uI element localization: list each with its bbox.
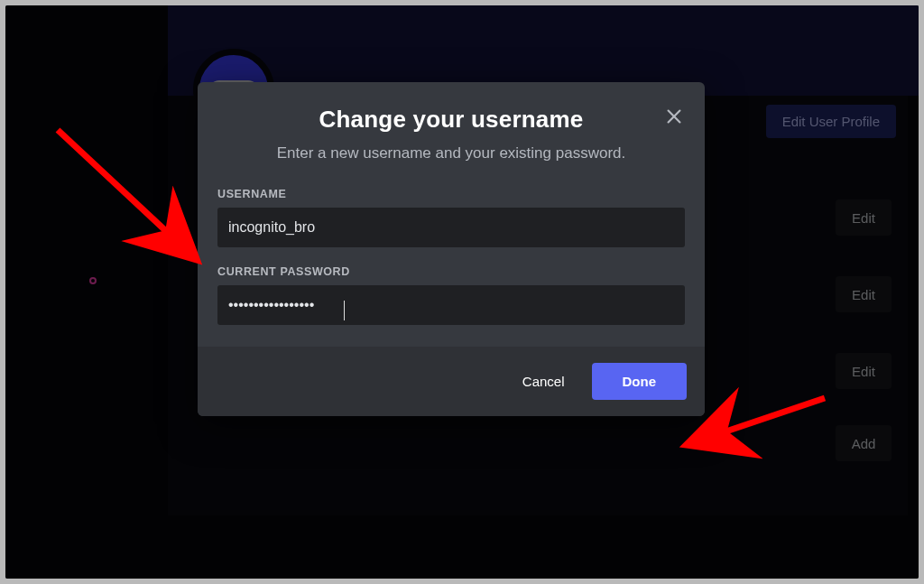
close-icon (664, 107, 684, 126)
cancel-button[interactable]: Cancel (517, 365, 570, 398)
modal-footer: Cancel Done (198, 347, 705, 416)
done-button[interactable]: Done (592, 363, 688, 400)
password-label: CURRENT PASSWORD (217, 265, 685, 278)
password-input[interactable] (217, 285, 685, 325)
close-button[interactable] (660, 102, 688, 131)
username-label: USERNAME (217, 188, 685, 200)
text-cursor-icon (344, 301, 345, 320)
username-input[interactable] (217, 208, 685, 247)
modal-subtitle: Enter a new username and your existing p… (225, 144, 678, 162)
password-wrap (217, 278, 685, 343)
modal-header: Change your username Enter a new usernam… (198, 82, 705, 171)
app-viewport: Edit User Profile Edit Edit Edit Add Cha… (5, 5, 919, 579)
modal-title: Change your username (225, 106, 678, 134)
change-username-modal: Change your username Enter a new usernam… (198, 82, 705, 416)
modal-body: USERNAME CURRENT PASSWORD (198, 171, 705, 347)
